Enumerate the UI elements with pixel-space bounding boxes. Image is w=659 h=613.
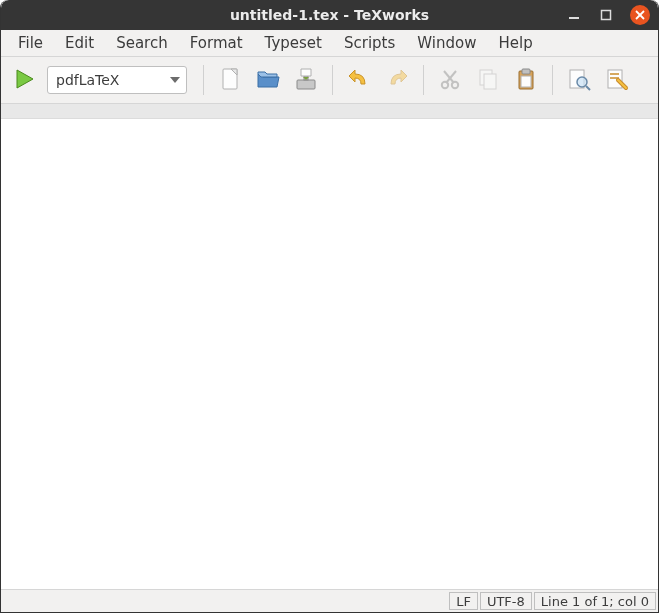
menu-search[interactable]: Search [105, 30, 179, 56]
svg-rect-18 [522, 69, 530, 74]
menu-scripts[interactable]: Scripts [333, 30, 406, 56]
redo-icon [384, 66, 410, 95]
search-icon [566, 66, 592, 95]
toolbar: pdfLaTeX [1, 57, 658, 104]
undo-icon [346, 66, 372, 95]
window-title: untitled-1.tex - TeXworks [230, 7, 429, 23]
typeset-button[interactable] [7, 63, 41, 97]
menu-window[interactable]: Window [406, 30, 487, 56]
minimize-button[interactable] [566, 7, 582, 23]
save-icon [293, 66, 319, 95]
menu-help[interactable]: Help [487, 30, 543, 56]
save-button[interactable] [288, 62, 324, 98]
editor-header-strip [1, 104, 658, 119]
cut-button[interactable] [432, 62, 468, 98]
svg-marker-4 [17, 70, 33, 88]
svg-marker-5 [170, 77, 180, 83]
menu-file[interactable]: File [7, 30, 54, 56]
status-line-ending[interactable]: LF [449, 592, 478, 610]
status-encoding[interactable]: UTF-8 [480, 592, 532, 610]
svg-rect-19 [521, 76, 531, 87]
toolbar-separator [423, 65, 424, 95]
toolbar-separator [203, 65, 204, 95]
close-button[interactable] [630, 5, 650, 25]
toolbar-separator [332, 65, 333, 95]
replace-icon [604, 66, 630, 95]
svg-rect-23 [608, 70, 622, 88]
window-controls [566, 0, 650, 30]
menu-typeset[interactable]: Typeset [254, 30, 333, 56]
redo-button[interactable] [379, 62, 415, 98]
menu-format[interactable]: Format [179, 30, 254, 56]
engine-combo[interactable]: pdfLaTeX [47, 66, 187, 94]
maximize-button[interactable] [598, 7, 614, 23]
svg-rect-16 [484, 74, 496, 89]
editor-textarea[interactable] [1, 119, 658, 589]
open-folder-icon [255, 66, 281, 95]
play-icon [13, 68, 35, 93]
paste-button[interactable] [508, 62, 544, 98]
menubar: File Edit Search Format Typeset Scripts … [1, 30, 658, 57]
scissors-icon [437, 66, 463, 95]
new-file-icon [217, 66, 243, 95]
clipboard-icon [513, 66, 539, 95]
find-button[interactable] [561, 62, 597, 98]
open-button[interactable] [250, 62, 286, 98]
menu-edit[interactable]: Edit [54, 30, 105, 56]
svg-rect-1 [602, 11, 611, 20]
toolbar-separator [552, 65, 553, 95]
copy-icon [475, 66, 501, 95]
svg-rect-8 [297, 80, 315, 89]
svg-point-21 [577, 77, 587, 87]
engine-combo-label: pdfLaTeX [56, 72, 119, 88]
new-button[interactable] [212, 62, 248, 98]
statusbar: LF UTF-8 Line 1 of 1; col 0 [1, 589, 658, 612]
svg-line-22 [586, 86, 590, 90]
titlebar: untitled-1.tex - TeXworks [1, 0, 658, 30]
status-cursor-position[interactable]: Line 1 of 1; col 0 [534, 592, 656, 610]
undo-button[interactable] [341, 62, 377, 98]
chevron-down-icon [170, 72, 180, 88]
replace-button[interactable] [599, 62, 635, 98]
window-root: untitled-1.tex - TeXworks File Edit Sear… [0, 0, 659, 613]
copy-button[interactable] [470, 62, 506, 98]
